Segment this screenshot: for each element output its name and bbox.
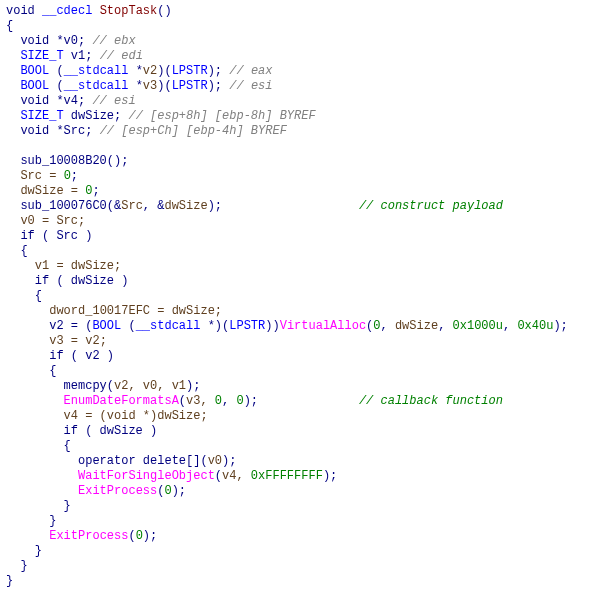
decl-v2-bool: BOOL: [20, 64, 49, 78]
cmt-dw: // [esp+8h] [ebp-8h] BYREF: [128, 109, 315, 123]
cast-bool: BOOL: [92, 319, 121, 333]
if-dw1: if ( dwSize ): [35, 274, 129, 288]
zero-1: 0: [64, 169, 71, 183]
call-sub2: sub_100076C0: [20, 199, 106, 213]
cmt-v0: // ebx: [92, 34, 135, 48]
decl-dw-t: SIZE_T: [20, 109, 63, 123]
opdel-arg: v0: [208, 454, 222, 468]
asg-v3v2: v3 = v2;: [49, 334, 107, 348]
api-enumdateformats: EnumDateFormatsA: [64, 394, 179, 408]
cmt-callback: // callback function: [359, 394, 503, 408]
call-opdel: operator delete[]: [78, 454, 200, 468]
asg-dw0: dwSize =: [20, 184, 85, 198]
decl-dw: dwSize;: [64, 109, 129, 123]
decl-v1: v1;: [64, 49, 100, 63]
va-a0: 0: [373, 319, 380, 333]
asg-v4: v4 = (void *)dwSize;: [64, 409, 208, 423]
api-wfso: WaitForSingleObject: [78, 469, 215, 483]
wfso-n: 0xFFFFFFFF: [251, 469, 323, 483]
decl-v2-lp: LPSTR: [172, 64, 208, 78]
va-a2: 0x1000u: [453, 319, 503, 333]
cmt-v3: // esi: [229, 79, 272, 93]
arg-dw: dwSize: [164, 199, 207, 213]
arg-src: Src: [121, 199, 143, 213]
decl-v3-bool: BOOL: [20, 79, 49, 93]
code-listing: void __cdecl StopTask() { void *v0; // e…: [0, 0, 613, 589]
cast-cc: __stdcall: [136, 319, 201, 333]
decl-v0: void *v0;: [20, 34, 92, 48]
decl-v3-lp: LPSTR: [172, 79, 208, 93]
decl-v3-name: v3: [143, 79, 157, 93]
edf-arg1: v3,: [186, 394, 215, 408]
cmt-construct: // construct payload: [359, 199, 503, 213]
api-exitprocess2: ExitProcess: [49, 529, 128, 543]
call-sub1: sub_10008B20: [20, 154, 106, 168]
exit-n2: 0: [136, 529, 143, 543]
zero-2: 0: [85, 184, 92, 198]
global-dword: dword_10017EFC: [49, 304, 150, 318]
asg-v1dw: v1 = dwSize;: [35, 259, 121, 273]
edf-z1: 0: [215, 394, 222, 408]
va-a1: dwSize: [395, 319, 438, 333]
func-name: StopTask: [100, 4, 158, 18]
cmt-src: // [esp+Ch] [ebp-4h] BYREF: [100, 124, 287, 138]
cmt-v1: // edi: [100, 49, 143, 63]
asg-v0src: v0 = Src;: [20, 214, 85, 228]
memcpy-args: v2, v0, v1: [114, 379, 186, 393]
asg-glb: = dwSize;: [150, 304, 222, 318]
cast-lp: LPSTR: [229, 319, 265, 333]
va-a3: 0x40u: [517, 319, 553, 333]
calling-conv: __cdecl: [42, 4, 92, 18]
exit-n1: 0: [164, 484, 171, 498]
api-exitprocess1: ExitProcess: [78, 484, 157, 498]
decl-v4: void *v4;: [20, 94, 92, 108]
decl-v2-name: v2: [143, 64, 157, 78]
ret-type: void: [6, 4, 35, 18]
decl-v3-cc: __stdcall: [64, 79, 129, 93]
call-memcpy: memcpy: [64, 379, 107, 393]
decl-v1-t: SIZE_T: [20, 49, 63, 63]
cmt-v4: // esi: [92, 94, 135, 108]
if-src: if ( Src ): [20, 229, 92, 243]
api-virtualalloc: VirtualAlloc: [280, 319, 366, 333]
wfso-arg: v4,: [222, 469, 251, 483]
cmt-v2: // eax: [229, 64, 272, 78]
asg-src0: Src =: [20, 169, 63, 183]
if-v2: if ( v2 ): [49, 349, 114, 363]
if-dw2: if ( dwSize ): [64, 424, 158, 438]
edf-z2: 0: [236, 394, 243, 408]
decl-src: void *Src;: [20, 124, 99, 138]
decl-v2-cc: __stdcall: [64, 64, 129, 78]
